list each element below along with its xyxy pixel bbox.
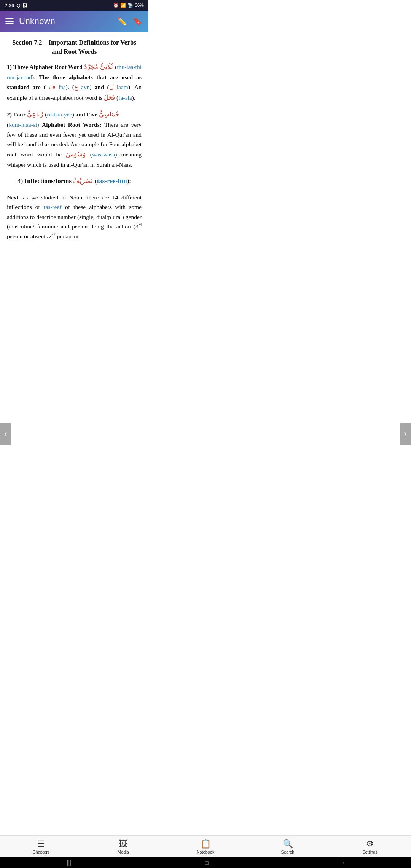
p1-example-arabic: فَعَلَ	[104, 94, 115, 101]
p4-link[interactable]: tas-reef	[44, 204, 61, 210]
notification-icon: Q	[16, 3, 20, 8]
p2-four-arabic: رُبَاعِيٌّ	[27, 111, 45, 118]
edit-button[interactable]: ✏️	[116, 16, 127, 27]
p2-five-transliteration: kum-maa-si	[9, 121, 37, 128]
p3-number: 4)	[18, 177, 24, 185]
p4-sup2: nd	[52, 233, 56, 237]
status-bar: 2:36 Q 🖼 ⏰ 📶 📡 66%	[0, 0, 148, 11]
paragraph-2: 2) Four رُبَاعِيٌّ (ru-baa-yee) and Five…	[7, 109, 142, 169]
section-title: Section 7.2 – Important Definitions for …	[7, 38, 142, 56]
p2-label: 2) Four	[7, 111, 26, 118]
alarm-icon: ⏰	[113, 3, 119, 8]
paragraph-3-header: 4) Inflections/forms تَصْرِيْفٌ (tas-ree…	[7, 176, 142, 187]
p4-sup1: rd	[139, 223, 142, 227]
image-icon: 🖼	[22, 3, 27, 8]
battery: 66%	[135, 3, 144, 8]
p2-four-transliteration: ru-baa-yee	[47, 111, 72, 118]
p1-ayn-label: ayn	[81, 84, 89, 90]
p3-transliteration: tas-ree-fun	[97, 177, 127, 185]
header-title: Unknown	[19, 16, 116, 26]
p1-faa-arabic: ف	[49, 83, 56, 91]
p1-faa-label: faa	[59, 84, 66, 90]
header-icons: ✏️ 🔖	[116, 16, 143, 27]
wifi-icon: 📶	[120, 3, 126, 8]
p2-description: Alphabet Root Words:	[42, 121, 102, 128]
p4-text4: person or	[57, 233, 79, 239]
status-right: ⏰ 📶 📡 66%	[113, 3, 144, 8]
p2-example-arabic: وَسْوَسَ	[66, 151, 86, 158]
p3-label: Inflections/forms	[24, 177, 72, 185]
p2-example-transliteration: was-wasa	[92, 151, 115, 158]
hamburger-menu-button[interactable]	[5, 18, 14, 24]
bookmark-button[interactable]: 🔖	[132, 16, 143, 27]
p3-arabic: تَصْرِيْفٌ	[73, 177, 95, 185]
signal-icon: 📡	[127, 3, 133, 8]
p1-laam-label: laam	[117, 84, 128, 90]
status-left: 2:36 Q 🖼	[5, 3, 27, 8]
main-content: Section 7.2 – Important Definitions for …	[0, 32, 148, 286]
p1-ayn-arabic: ع	[74, 83, 78, 91]
p4-text3: person or absent /2	[7, 233, 52, 239]
p2-five-arabic: خُمَاسِيٌّ	[99, 111, 119, 118]
time: 2:36	[5, 3, 14, 8]
p1-example-transliteration: fa-ala	[118, 94, 132, 101]
p1-arabic: ثُلَاثِيٌّ مُجَرَّدٌ	[84, 63, 115, 70]
app-header: Unknown ✏️ 🔖	[0, 11, 148, 32]
p1-label: 1) Three Alphabet Root Word	[7, 64, 83, 70]
paragraph-4: Next, as we studied in Noun, there are 1…	[7, 193, 142, 241]
p1-laam-arabic: ل	[109, 83, 114, 91]
paragraph-1: 1) Three Alphabet Root Word ثُلَاثِيٌّ م…	[7, 62, 142, 104]
